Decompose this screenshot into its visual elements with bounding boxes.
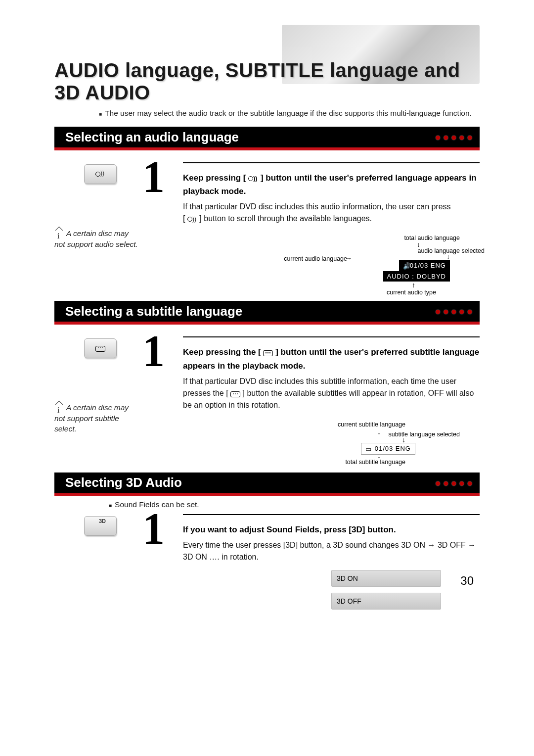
audio-icon (187, 216, 197, 223)
audio-icon (248, 175, 258, 182)
subtitle-remote-button (84, 338, 117, 358)
audio-step-heading: Keep pressing [ ] button until the user'… (183, 171, 480, 198)
subtitle-diagram: current subtitle language subtitle langu… (183, 421, 480, 466)
subtitle-step-body: If that particular DVD disc includes thi… (183, 376, 480, 411)
3d-step-heading: If you want to adjust Sound Fields, pres… (183, 523, 480, 536)
step-number: 1 (142, 511, 183, 547)
3d-step-body: Every time the user presses [3D] button,… (183, 539, 480, 563)
subtitle-icon (263, 349, 273, 356)
3d-display: 3D ON 3D OFF (331, 570, 480, 610)
audio-remote-button (84, 164, 117, 184)
section-bar-audio: Selecting an audio language ●●●●● (54, 127, 480, 147)
intro-text: The user may select the audio track or t… (54, 109, 480, 118)
section-title-audio: Selecting an audio language (54, 130, 239, 145)
step-number: 1 (142, 333, 183, 369)
info-icon (54, 229, 63, 239)
audio-step-body: If that particular DVD disc includes thi… (183, 201, 480, 225)
3d-off-bar: 3D OFF (331, 593, 441, 610)
audio-osd-bottom: AUDIO : DOLBYD (383, 271, 450, 282)
section-bar-3d: Selecting 3D Audio ●●●●● (54, 472, 480, 493)
step-number: 1 (142, 159, 183, 195)
dots-decoration: ●●●●● (435, 132, 475, 143)
dots-decoration: ●●●●● (435, 477, 475, 489)
section-title-3d: Selecting 3D Audio (54, 475, 182, 490)
audio-icon (95, 171, 105, 178)
subtitle-icon (230, 390, 240, 397)
3d-button-label: 3D (99, 518, 106, 524)
audio-diagram: total audio language audio language sele… (183, 235, 480, 294)
3d-on-bar: 3D ON (331, 570, 441, 587)
info-icon (54, 403, 63, 414)
page-number: 30 (460, 574, 474, 588)
3d-remote-button: 3D (84, 516, 117, 536)
audio-osd-top: 🔊01/03 ENG (399, 260, 450, 271)
section-title-subtitle: Selecting a subtitle language (54, 304, 242, 319)
page-title: AUDIO language, SUBTITLE language and 3D… (54, 59, 480, 104)
subtitle-step-heading: Keep pressing the [ ] button until the u… (183, 345, 480, 372)
dots-decoration: ●●●●● (435, 306, 475, 317)
subtitle-icon (95, 345, 105, 352)
subtitle-note: A certain disc may not support subtitle … (54, 403, 138, 434)
subtitle-osd: ▭ 01/03 ENG (361, 443, 415, 455)
section-bar-subtitle: Selecting a subtitle language ●●●●● (54, 301, 480, 322)
audio-note: A certain disc may not support audio sel… (54, 229, 138, 250)
